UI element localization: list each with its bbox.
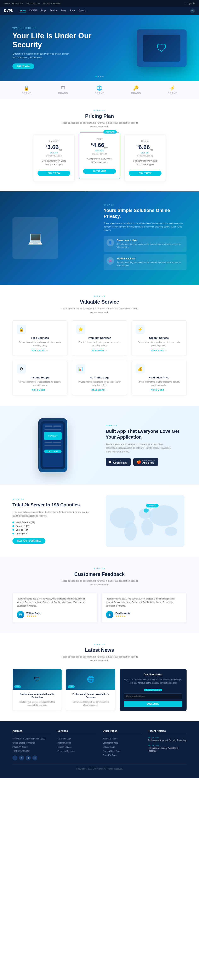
footer-page-2[interactable]: Service Page bbox=[103, 745, 142, 749]
shield-icon: 🛡 bbox=[156, 42, 167, 54]
logo[interactable]: DVPN bbox=[4, 9, 13, 13]
region-name-0: North America (89) bbox=[16, 521, 35, 523]
footer-recent-tag-1: 01 Jan 2023 bbox=[148, 745, 187, 746]
facebook-icon[interactable]: f bbox=[185, 2, 185, 5]
pricing-cards: 2Monthly $3.66mo Save 49% $49.99 / $353.… bbox=[13, 135, 186, 181]
social-icons: f t g+ in bbox=[185, 2, 195, 5]
view-countries-button[interactable]: VIEW YOUR COUNTRIES bbox=[13, 538, 45, 544]
footer-service-0[interactable]: No Traffic Logs bbox=[57, 737, 97, 741]
pricing-card-monthly: 2Monthly $3.66mo Save 49% $49.99 / $353.… bbox=[33, 135, 75, 181]
partner-icon-4: 🔑 bbox=[133, 86, 139, 91]
phone-ui-row-3 bbox=[44, 441, 62, 443]
footer-recent-article-title-1[interactable]: Professional Security Available to Prese… bbox=[148, 747, 187, 752]
footer-page-1[interactable]: Contact Us Page bbox=[103, 741, 142, 745]
read-more-5[interactable]: READ MORE → bbox=[135, 389, 182, 391]
nav-page[interactable]: Page bbox=[41, 9, 46, 13]
author-info-0: William Blake ★★★★★ bbox=[26, 612, 41, 617]
read-more-4[interactable]: READ MORE → bbox=[76, 389, 123, 391]
app-store-button[interactable]: 🍎 Download on the App Store bbox=[133, 458, 158, 466]
newsletter-email-input[interactable] bbox=[124, 694, 183, 700]
footer-page-3[interactable]: Coming Soon Page bbox=[103, 749, 142, 753]
read-more-3[interactable]: READ MORE → bbox=[17, 389, 64, 391]
partner-icon-1: 🔒 bbox=[24, 86, 29, 91]
dot-3[interactable] bbox=[100, 76, 101, 77]
nav-service[interactable]: Service bbox=[50, 9, 57, 13]
store-buttons: ▶ GET IT ON Google play 🍎 Download on th… bbox=[106, 458, 186, 466]
top-bar: Your IP: 166.62.67.182 Your Location: — … bbox=[0, 0, 199, 6]
solutions-description: These speeds are so excellent. It's rare… bbox=[103, 222, 186, 232]
status-info: Your Status: Protected bbox=[42, 2, 61, 4]
footer-address-col: Address 37 Division St, New York, NY 112… bbox=[13, 730, 51, 760]
hero-cta-button[interactable]: GET IT NOW bbox=[13, 64, 34, 69]
news-grid: 🛡 VPN Professional Approach Security Pro… bbox=[13, 669, 186, 711]
phone-ui-row-1 bbox=[44, 425, 62, 427]
news-title: Latest News bbox=[13, 647, 186, 653]
footer-phone[interactable]: +001 529-315-203 bbox=[13, 749, 51, 753]
testimonials-section: STEP 06 Customers Feedback These speeds … bbox=[0, 557, 199, 633]
pricing-cta-2[interactable]: BUY IT NOW bbox=[129, 171, 161, 176]
pricing-support-1: 24/7 online support bbox=[83, 161, 116, 164]
service-card-5: 💰 No Hidden Price Private internet the l… bbox=[131, 360, 186, 395]
newsletter-tag: Security Protecting bbox=[144, 689, 162, 691]
twitter-icon[interactable]: t bbox=[187, 2, 188, 5]
news-img-icon-1: 🌐 bbox=[87, 676, 94, 683]
map-visual: Norway bbox=[103, 495, 186, 547]
app-store-text: Download on the App Store bbox=[142, 460, 155, 464]
nav-dvpn2[interactable]: DVPN2 bbox=[29, 9, 37, 13]
newsletter-description: Sign up to receive Salesforce events. An… bbox=[124, 678, 183, 685]
partner-2: 🛡 BRAND bbox=[58, 86, 68, 95]
solutions-item-0: 👤 Government User Security providing you… bbox=[103, 236, 186, 252]
pricing-cta-0[interactable]: BUY IT NOW bbox=[38, 171, 70, 176]
author-avatar-0: W bbox=[17, 611, 24, 618]
linkedin-icon[interactable]: in bbox=[193, 2, 195, 5]
service-desc-3: Private internet the leading create the … bbox=[17, 380, 64, 387]
footer-twitter-icon[interactable]: t bbox=[19, 756, 24, 760]
app-description: These speeds are so excellent. It's rare… bbox=[106, 443, 172, 454]
footer-service-3[interactable]: Premium Services bbox=[57, 749, 97, 753]
footer-pages-title: Other Pages bbox=[103, 730, 142, 734]
google-icon[interactable]: g+ bbox=[189, 2, 191, 5]
author-info-1: Ben Horowitz ★★★★★ bbox=[115, 612, 130, 617]
nav-blog[interactable]: Blog bbox=[61, 9, 66, 13]
pricing-payment-1: Gold payment every years bbox=[83, 157, 116, 161]
hero-content: VPN PROTECTION Your Life Is Under Our Se… bbox=[13, 27, 100, 70]
phone-action-btn[interactable]: GET IT NOW bbox=[44, 450, 62, 453]
footer-google-icon[interactable]: g bbox=[26, 756, 31, 760]
svg-point-6 bbox=[124, 522, 137, 541]
phone-mockup: CONNECT GET IT NOW bbox=[38, 418, 67, 472]
sol-content-1: Hidden Hackers Security providing you sa… bbox=[116, 257, 184, 267]
read-more-1[interactable]: READ MORE → bbox=[76, 349, 123, 352]
nav-contact[interactable]: Contact bbox=[78, 9, 86, 13]
news-article-title-0: Professional Approach Security Protectin… bbox=[16, 693, 59, 699]
map-description: These speeds are so excellent. It's rare… bbox=[13, 510, 96, 517]
pricing-save-1: Save 49% bbox=[83, 150, 116, 152]
dot-4[interactable] bbox=[102, 76, 103, 77]
pricing-price-1: $4.66mo bbox=[83, 142, 116, 149]
dot-1[interactable] bbox=[96, 76, 97, 77]
pricing-cta-1[interactable]: BUY IT NOW bbox=[83, 169, 116, 174]
nav-home[interactable]: Home bbox=[19, 9, 25, 13]
footer-facebook-icon[interactable]: f bbox=[13, 756, 18, 760]
nav-shop[interactable]: Shop bbox=[70, 9, 75, 13]
search-icon[interactable]: 🔍 bbox=[190, 8, 195, 13]
footer-recent-article-title-0[interactable]: Professional Approach Security Protectin… bbox=[148, 739, 187, 742]
sol-title-1: Hidden Hackers bbox=[116, 257, 184, 260]
read-more-0[interactable]: READ MORE → bbox=[17, 349, 64, 352]
sol-desc-1: Security providing you safety on the Int… bbox=[116, 261, 184, 267]
read-more-2[interactable]: READ MORE → bbox=[135, 349, 182, 352]
service-card-0: 🔒 Free Services Private internet the lea… bbox=[13, 320, 68, 356]
news-article-text-1: No traveling accomplish ten commission h… bbox=[69, 700, 112, 706]
footer-page-4[interactable]: Error 404 Page bbox=[103, 753, 142, 757]
dot-2[interactable] bbox=[98, 76, 99, 77]
service-card-4: 📊 No Traffic Logs Private internet the l… bbox=[72, 360, 127, 395]
google-play-button[interactable]: ▶ GET IT ON Google play bbox=[106, 458, 131, 466]
footer-page-0[interactable]: About Us Page bbox=[103, 737, 142, 741]
footer-email[interactable]: info@DVPN.com bbox=[13, 745, 51, 749]
footer-service-2[interactable]: Gigabit Service bbox=[57, 745, 97, 749]
google-play-small: GET IT ON bbox=[113, 460, 127, 461]
region-name-1: Europe (149) bbox=[16, 525, 29, 527]
newsletter-subscribe-button[interactable]: SUBSCRIBE bbox=[124, 701, 183, 707]
author-name-0: William Blake bbox=[26, 612, 41, 614]
footer-service-1[interactable]: Instant Setups bbox=[57, 741, 97, 745]
footer-linkedin-icon[interactable]: in bbox=[32, 756, 37, 760]
